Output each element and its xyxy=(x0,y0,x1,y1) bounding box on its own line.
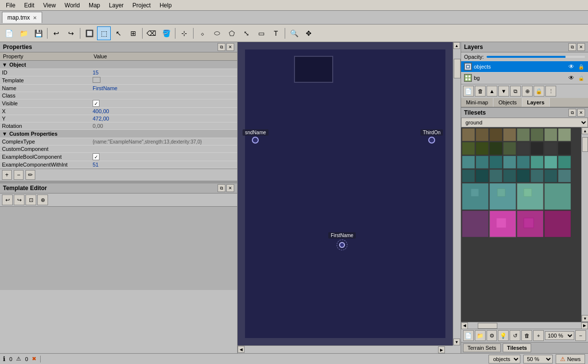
prop-template-value[interactable] xyxy=(91,76,237,85)
move-button[interactable]: ↖ xyxy=(112,26,125,40)
properties-close-button[interactable]: ✕ xyxy=(226,43,234,51)
move-layer-up-button[interactable]: ▲ xyxy=(487,86,497,97)
tileset-select[interactable]: ground xyxy=(461,118,588,127)
terrain-sets-tab[interactable]: Terrain Sets xyxy=(463,343,501,352)
prop-id-value[interactable]: 15 xyxy=(91,69,237,76)
prop-class-value[interactable] xyxy=(91,92,237,99)
scroll-right-button[interactable]: ▶ xyxy=(438,346,445,353)
duplicate-layer-button[interactable]: ⧉ xyxy=(510,86,521,97)
pan-button[interactable]: ✥ xyxy=(302,26,316,40)
template-redo-button[interactable]: ↪ xyxy=(14,194,24,205)
insert-tile-button[interactable]: ⊞ xyxy=(126,26,140,40)
properties-float-button[interactable]: ⧉ xyxy=(218,43,225,51)
layer-select[interactable]: objects xyxy=(489,355,520,364)
prop-y-value[interactable]: 472,00 xyxy=(91,115,237,122)
add-property-button[interactable]: + xyxy=(2,170,12,180)
news-button[interactable]: ⚠ News xyxy=(556,354,585,364)
insert-ellipse-button[interactable]: ⬭ xyxy=(210,26,224,40)
layer-bg-lock-button[interactable]: 🔒 xyxy=(577,74,585,82)
new-button[interactable]: 📄 xyxy=(2,26,16,40)
opacity-slider[interactable] xyxy=(487,56,585,58)
template-editor-close-button[interactable]: ✕ xyxy=(226,184,234,192)
tilesets-tab[interactable]: Tilesets xyxy=(503,343,532,352)
insert-rect-button[interactable]: ▭ xyxy=(254,26,268,40)
zoom-select[interactable]: 50 % xyxy=(523,355,553,364)
tileset-hscroll-left[interactable]: ◀ xyxy=(461,322,468,329)
tileset-hscroll-right[interactable]: ▶ xyxy=(581,322,588,329)
map-scrollbar-vertical[interactable]: ▲ ▼ xyxy=(453,42,461,345)
tab-objects[interactable]: Objects xyxy=(493,98,522,107)
prop-examplebool-value[interactable]: ✓ xyxy=(91,153,237,161)
layer-objects-lock-button[interactable]: 🔒 xyxy=(577,63,585,71)
tileset-hscroll-thumb[interactable] xyxy=(478,323,497,329)
scroll-up-button[interactable]: ▲ xyxy=(453,42,460,49)
tileset-scrollbar-vertical[interactable]: ▲ ▼ xyxy=(581,127,588,322)
prop-visible-value[interactable]: ✓ xyxy=(91,99,237,108)
layers-float-button[interactable]: ⧉ xyxy=(568,43,576,51)
save-button[interactable]: 💾 xyxy=(31,26,45,40)
menu-layer[interactable]: Layer xyxy=(105,1,127,10)
menu-view[interactable]: View xyxy=(39,1,60,10)
prop-customcomponent-value[interactable] xyxy=(91,146,237,153)
tileset-scroll-down[interactable]: ▼ xyxy=(582,315,588,322)
tileset-zoom-select[interactable]: 100 % xyxy=(545,331,574,340)
prop-examplecomponent-value[interactable]: 51 xyxy=(91,161,237,169)
open-button[interactable]: 📁 xyxy=(17,26,30,40)
tab-layers[interactable]: Layers xyxy=(522,98,550,107)
visible-checkbox[interactable]: ✓ xyxy=(93,100,99,107)
scroll-left-button[interactable]: ◀ xyxy=(238,346,245,353)
menu-world[interactable]: World xyxy=(61,1,84,10)
prop-name-value[interactable]: FirstName xyxy=(91,85,237,92)
template-editor-float-button[interactable]: ⧉ xyxy=(218,184,225,192)
remove-property-button[interactable]: − xyxy=(14,170,24,180)
tileset-scroll-thumb[interactable] xyxy=(582,137,588,152)
zoom-button[interactable]: 🔍 xyxy=(287,26,301,40)
layer-objects-eye-button[interactable]: 👁 xyxy=(567,63,575,71)
layer-item-objects[interactable]: objects 👁 🔒 xyxy=(461,61,588,73)
map-canvas[interactable]: sndName ThirdOn FirstName xyxy=(238,42,461,353)
insert-polyline-button[interactable]: ⤡ xyxy=(240,26,253,40)
template-zoom-button[interactable]: ⊕ xyxy=(37,194,48,205)
layer-options-button[interactable]: ⋮ xyxy=(545,86,556,97)
redo-button[interactable]: ↪ xyxy=(64,26,78,40)
tileset-delete-button[interactable]: 🗑 xyxy=(521,330,532,341)
menu-map[interactable]: Map xyxy=(85,1,104,10)
merge-layer-button[interactable]: ⊕ xyxy=(522,86,533,97)
undo-button[interactable]: ↩ xyxy=(49,26,63,40)
map-scrollbar-horizontal[interactable]: ◀ ▶ xyxy=(238,345,453,353)
prop-rotation-value[interactable]: 0,00 xyxy=(91,122,237,130)
remove-layer-button[interactable]: 🗑 xyxy=(475,86,486,97)
insert-polygon-button[interactable]: ⬠ xyxy=(225,26,239,40)
tab-close-button[interactable]: ✕ xyxy=(33,15,37,21)
stamp-button[interactable]: 🔲 xyxy=(82,26,96,40)
insert-text-button[interactable]: T xyxy=(269,26,283,40)
tileset-refresh-button[interactable]: ↺ xyxy=(510,330,520,341)
layer-bg-eye-button[interactable]: 👁 xyxy=(567,74,575,82)
add-layer-button[interactable]: 📄 xyxy=(463,86,474,97)
scroll-down-button[interactable]: ▼ xyxy=(453,339,460,345)
menu-file[interactable]: File xyxy=(2,1,19,10)
tileset-zoom-in-button[interactable]: + xyxy=(533,330,544,341)
scroll-thumb-vertical[interactable] xyxy=(454,59,461,78)
tileset-properties-button[interactable]: ⚙ xyxy=(487,330,497,341)
tileset-scroll-up[interactable]: ▲ xyxy=(582,127,588,134)
tilesets-close-button[interactable]: ✕ xyxy=(577,109,585,117)
template-undo-button[interactable]: ↩ xyxy=(2,194,13,205)
menu-edit[interactable]: Edit xyxy=(20,1,38,10)
tileset-canvas[interactable]: ▲ ▼ xyxy=(461,127,588,322)
insert-point-button[interactable]: ⬦ xyxy=(196,26,209,40)
menu-project[interactable]: Project xyxy=(128,1,154,10)
select-button[interactable]: ⬚ xyxy=(97,26,111,40)
tileset-zoom-out-button[interactable]: − xyxy=(575,330,586,341)
move-layer-down-button[interactable]: ▼ xyxy=(498,86,509,97)
layer-item-bg[interactable]: bg 👁 🔒 xyxy=(461,73,588,84)
open-tileset-button[interactable]: 📁 xyxy=(475,330,486,341)
tilesets-float-button[interactable]: ⧉ xyxy=(568,109,576,117)
eraser-button[interactable]: ⌫ xyxy=(145,26,158,40)
menu-help[interactable]: Help xyxy=(156,1,176,10)
tileset-highlight-button[interactable]: 💡 xyxy=(498,330,509,341)
select-object-button[interactable]: ⊹ xyxy=(177,26,191,40)
fill-button[interactable]: 🪣 xyxy=(159,26,173,40)
add-tileset-button[interactable]: 📄 xyxy=(463,330,474,341)
prop-complextype-value[interactable]: {name:"ExampleName",strength:13,dexterit… xyxy=(91,138,237,146)
